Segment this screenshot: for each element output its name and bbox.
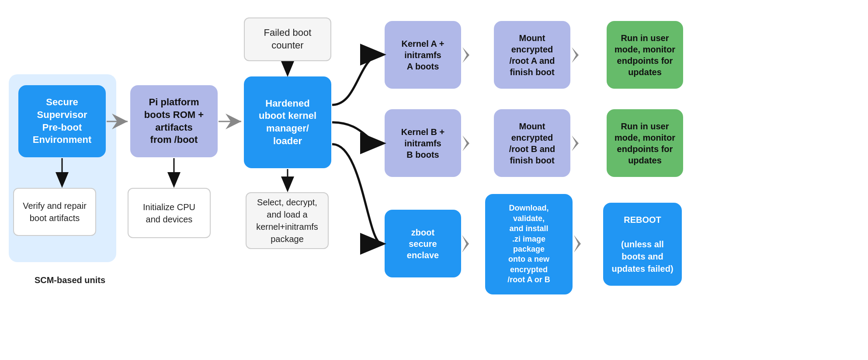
initialize-label: Initialize CPU and devices	[143, 201, 195, 225]
mount-b-label: Mount encrypted /root B and finish boot	[509, 121, 556, 166]
svg-marker-10	[572, 47, 579, 63]
kernel-b-label: Kernel B + initramfs B boots	[401, 126, 444, 160]
kernel-a-label: Kernel A + initramfs A boots	[402, 38, 444, 72]
secure-supervisor-label: Secure Supervisor Pre-boot Environment	[33, 96, 91, 146]
download-label: Download, validate, and install .zi imag…	[507, 203, 550, 285]
pi-platform-box: Pi platform boots ROM + artifacts from /…	[130, 85, 218, 157]
zboot-label: zboot secure enclave	[407, 227, 439, 261]
svg-marker-13	[462, 235, 469, 253]
hardened-uboot-box: Hardened uboot kernel manager/ loader	[244, 76, 331, 168]
secure-supervisor-box: Secure Supervisor Pre-boot Environment	[18, 85, 106, 157]
svg-marker-11	[462, 135, 469, 151]
run-b-box: Run in user mode, monitor endpoints for …	[607, 109, 683, 177]
failed-boot-label: Failed boot counter	[264, 27, 312, 52]
mount-b-box: Mount encrypted /root B and finish boot	[494, 109, 570, 177]
reboot-box: REBOOT (unless all boots and updates fai…	[603, 203, 682, 286]
run-b-label: Run in user mode, monitor endpoints for …	[615, 121, 675, 166]
kernel-a-box: Kernel A + initramfs A boots	[385, 21, 461, 89]
pi-platform-label: Pi platform boots ROM + artifacts from /…	[144, 96, 204, 146]
zboot-box: zboot secure enclave	[385, 210, 461, 277]
hardened-uboot-label: Hardened uboot kernel manager/ loader	[259, 97, 316, 147]
initialize-cpu-box: Initialize CPU and devices	[128, 188, 211, 238]
verify-repair-box: Verify and repair boot artifacts	[13, 188, 96, 236]
reboot-label: REBOOT (unless all boots and updates fai…	[611, 214, 673, 275]
run-a-box: Run in user mode, monitor endpoints for …	[607, 21, 683, 89]
mount-a-box: Mount encrypted /root A and finish boot	[494, 21, 570, 89]
svg-marker-14	[574, 235, 581, 253]
run-a-label: Run in user mode, monitor endpoints for …	[615, 32, 675, 78]
select-decrypt-box: Select, decrypt, and load a kernel+initr…	[246, 192, 329, 249]
mount-a-label: Mount encrypted /root A and finish boot	[509, 32, 555, 78]
scm-label: SCM-based units	[26, 275, 114, 285]
kernel-b-box: Kernel B + initramfs B boots	[385, 109, 461, 177]
failed-boot-box: Failed boot counter	[244, 17, 331, 61]
svg-marker-12	[572, 135, 579, 151]
scm-label-text: SCM-based units	[35, 275, 105, 285]
diagram: Secure Supervisor Pre-boot Environment P…	[0, 0, 868, 360]
svg-marker-9	[462, 47, 469, 63]
select-label: Select, decrypt, and load a kernel+initr…	[256, 196, 318, 245]
verify-label: Verify and repair boot artifacts	[23, 200, 87, 224]
download-box: Download, validate, and install .zi imag…	[485, 194, 573, 294]
